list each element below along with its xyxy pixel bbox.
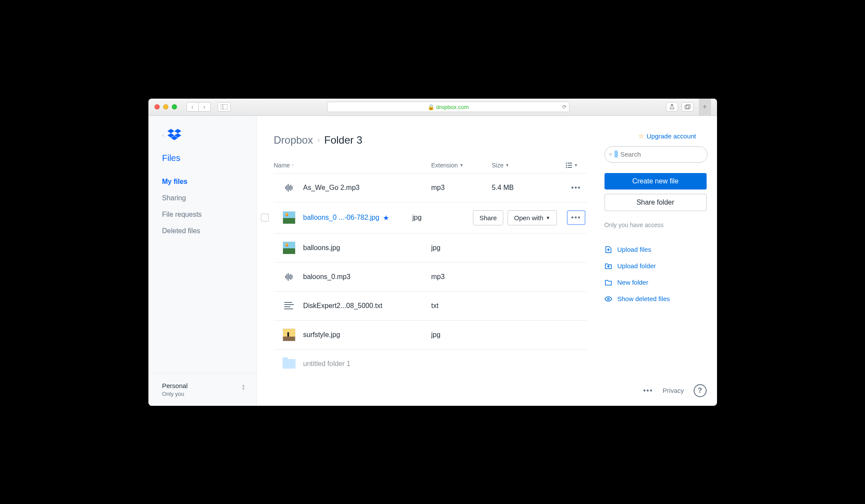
minimize-window-icon[interactable] xyxy=(163,104,168,109)
upload-files-link[interactable]: Upload files xyxy=(605,241,707,258)
svg-line-11 xyxy=(611,155,612,156)
share-button[interactable]: Share xyxy=(473,210,503,225)
file-name[interactable]: untitled folder 1 xyxy=(303,360,587,368)
file-extension: mp3 xyxy=(431,184,492,192)
image-file-icon xyxy=(283,328,296,341)
table-row[interactable]: As_We_Go 2.mp3 mp3 5.4 MB ••• xyxy=(274,173,587,202)
url-text: dropbox.com xyxy=(436,104,469,110)
image-file-icon xyxy=(283,241,296,254)
tabs-button[interactable] xyxy=(682,102,694,112)
close-window-icon[interactable] xyxy=(154,104,160,109)
account-label: Personal xyxy=(162,382,242,389)
sidebar-item-sharing[interactable]: Sharing xyxy=(162,190,242,206)
upload-folder-link[interactable]: Upload folder xyxy=(605,258,707,274)
open-with-button[interactable]: Open with▼ xyxy=(508,210,556,225)
chevron-down-icon: ▼ xyxy=(460,163,463,167)
create-new-file-button[interactable]: Create new file xyxy=(605,173,707,189)
file-name[interactable]: balloons.jpg xyxy=(303,244,431,252)
list-view-icon xyxy=(566,162,572,168)
maximize-window-icon[interactable] xyxy=(172,104,177,109)
audio-file-icon xyxy=(283,270,296,283)
svg-rect-0 xyxy=(221,104,228,109)
table-header: Name↑ Extension▼ Size▼ ▼ xyxy=(274,157,587,173)
svg-point-4 xyxy=(566,162,567,164)
new-folder-link[interactable]: New folder xyxy=(605,274,707,291)
sidebar-item-file-requests[interactable]: File requests xyxy=(162,206,242,223)
account-switcher[interactable]: Personal Only you ▲▼ xyxy=(148,373,256,406)
table-row[interactable]: baloons_0.mp3 mp3 xyxy=(274,263,587,292)
sidebar-item-my-files[interactable]: My files xyxy=(162,173,242,190)
table-row[interactable]: balloons.jpg jpg xyxy=(274,234,587,263)
sidebar-toggle-button[interactable] xyxy=(218,102,231,112)
browser-titlebar: ‹ › 🔒 dropbox.com ⟳ + xyxy=(148,99,717,116)
chevron-down-icon: ▼ xyxy=(574,163,578,167)
svg-rect-5 xyxy=(568,163,572,164)
refresh-icon[interactable]: ⟳ xyxy=(562,104,566,110)
view-toggle[interactable]: ▼ xyxy=(566,162,587,168)
svg-rect-3 xyxy=(686,105,690,108)
file-name[interactable]: surfstyle.jpg xyxy=(303,331,431,339)
file-extension: jpg xyxy=(431,331,492,339)
collapse-sidebar-icon[interactable]: ‹ xyxy=(162,132,164,138)
breadcrumb: Dropbox › Folder 3 xyxy=(274,134,363,146)
account-sub: Only you xyxy=(162,391,242,397)
search-input-container[interactable] xyxy=(605,146,707,163)
privacy-link[interactable]: Privacy xyxy=(662,387,684,394)
column-name[interactable]: Name↑ xyxy=(274,162,431,169)
file-name[interactable]: As_We_Go 2.mp3 xyxy=(303,184,431,192)
help-button[interactable]: ? xyxy=(694,384,707,397)
back-button[interactable]: ‹ xyxy=(187,102,199,112)
file-extension: jpg xyxy=(412,214,473,222)
folder-filter-icon xyxy=(614,151,617,157)
forward-button[interactable]: › xyxy=(199,102,211,112)
row-checkbox[interactable] xyxy=(261,214,269,222)
window-controls xyxy=(154,104,177,109)
more-actions-button[interactable]: ••• xyxy=(571,184,581,192)
table-row[interactable]: surfstyle.jpg jpg xyxy=(274,321,587,350)
column-extension[interactable]: Extension▼ xyxy=(431,162,492,169)
more-actions-button[interactable]: ••• xyxy=(567,210,585,225)
chevron-down-icon: ▼ xyxy=(546,215,550,220)
url-bar[interactable]: 🔒 dropbox.com ⟳ xyxy=(327,102,569,112)
sidebar-icon xyxy=(221,104,228,109)
more-menu-button[interactable]: ••• xyxy=(643,387,653,395)
file-name[interactable]: balloons_0 ...-06-782.jpg ★ xyxy=(303,214,413,222)
file-size: 5.4 MB xyxy=(492,184,566,192)
chevron-down-icon: ▼ xyxy=(505,163,509,167)
lock-icon: 🔒 xyxy=(428,104,434,110)
upgrade-account-link[interactable]: ☆ Upgrade account xyxy=(638,132,696,140)
share-icon xyxy=(669,104,675,110)
share-folder-button[interactable]: Share folder xyxy=(605,194,707,211)
table-row[interactable]: untitled folder 1 xyxy=(274,350,587,378)
nav-section-title[interactable]: Files xyxy=(148,153,256,173)
file-extension: txt xyxy=(431,302,492,310)
search-input[interactable] xyxy=(621,151,703,158)
sidebar-item-deleted-files[interactable]: Deleted files xyxy=(162,223,242,239)
chevron-right-icon: › xyxy=(317,135,320,144)
share-button[interactable] xyxy=(666,102,678,112)
upload-file-icon xyxy=(605,246,612,254)
chevron-updown-icon: ▲▼ xyxy=(241,384,246,391)
svg-rect-2 xyxy=(685,106,689,109)
text-file-icon xyxy=(283,299,296,312)
new-tab-button[interactable]: + xyxy=(699,99,711,116)
table-row[interactable]: DiskExpert2...08_5000.txt txt xyxy=(274,292,587,321)
show-deleted-files-link[interactable]: Show deleted files xyxy=(605,291,707,307)
svg-point-6 xyxy=(566,164,567,166)
file-name[interactable]: DiskExpert2...08_5000.txt xyxy=(303,302,431,310)
sort-asc-icon: ↑ xyxy=(292,163,294,167)
file-name[interactable]: baloons_0.mp3 xyxy=(303,273,431,281)
upload-folder-icon xyxy=(605,262,612,270)
svg-point-8 xyxy=(566,167,567,168)
tabs-icon xyxy=(685,104,691,109)
image-file-icon xyxy=(283,211,296,224)
eye-icon xyxy=(605,295,612,303)
svg-point-10 xyxy=(609,153,611,155)
sidebar: ‹ Files My files Sharing File requests D… xyxy=(148,116,257,406)
dropbox-logo-icon[interactable] xyxy=(167,129,181,141)
star-filled-icon[interactable]: ★ xyxy=(383,214,389,222)
table-row[interactable]: balloons_0 ...-06-782.jpg ★ jpg Share Op… xyxy=(274,202,587,234)
breadcrumb-root[interactable]: Dropbox xyxy=(274,134,313,146)
new-folder-icon xyxy=(605,279,612,286)
column-size[interactable]: Size▼ xyxy=(492,162,566,169)
